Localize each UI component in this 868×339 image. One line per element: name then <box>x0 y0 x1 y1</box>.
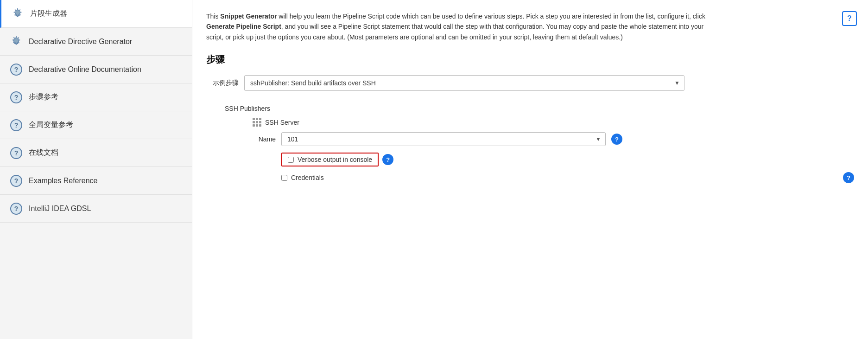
main-content: ? This Snippet Generator will help you l… <box>192 0 868 339</box>
sidebar-item-label-global-variable: 全局变量参考 <box>29 120 73 130</box>
verbose-label: Verbose output in console <box>298 156 372 163</box>
sidebar-item-global-variable-reference[interactable]: ? 全局变量参考 <box>0 111 192 139</box>
gear-icon <box>11 7 25 21</box>
sidebar-item-label-declarative-online-doc: Declarative Online Documentation <box>29 65 141 74</box>
description-text: This Snippet Generator will help you lea… <box>206 11 716 42</box>
grid-icon <box>253 118 261 127</box>
name-select-wrapper: 101 ▼ <box>281 132 606 146</box>
ssh-server-title: SSH Server <box>253 118 854 127</box>
sidebar-item-declarative-directive-generator[interactable]: Declarative Directive Generator <box>0 28 192 56</box>
sidebar-item-online-documentation[interactable]: ? 在线文档 <box>0 139 192 167</box>
sidebar-item-step-reference[interactable]: ? 步骤参考 <box>0 83 192 111</box>
name-row: Name 101 ▼ ? <box>253 132 854 146</box>
sidebar-item-examples-reference[interactable]: ? Examples Reference <box>0 167 192 195</box>
verbose-checkbox-highlight: Verbose output in console <box>281 153 379 166</box>
name-select[interactable]: 101 <box>281 132 606 146</box>
help-circle-icon-5: ? <box>9 174 23 188</box>
sidebar-item-label-declarative-directive: Declarative Directive Generator <box>29 38 132 46</box>
config-area: SSH Publishers SSH Server Name 101 <box>206 105 854 183</box>
credentials-help-button[interactable]: ? <box>843 172 854 183</box>
credentials-checkbox[interactable] <box>281 175 287 181</box>
sidebar-item-intellij-idea-gdsl[interactable]: ? IntelliJ IDEA GDSL <box>0 195 192 223</box>
sidebar-item-label-intellij-gdsl: IntelliJ IDEA GDSL <box>29 205 91 213</box>
sidebar: 片段生成器 Declarative Directive Generator ? … <box>0 0 192 339</box>
sidebar-item-label-online-doc: 在线文档 <box>29 148 58 158</box>
help-circle-icon-2: ? <box>9 90 23 104</box>
sidebar-item-label-snippet-generator: 片段生成器 <box>30 9 67 19</box>
name-help-button[interactable]: ? <box>611 134 622 145</box>
ssh-publishers-label: SSH Publishers <box>225 105 854 112</box>
help-circle-icon-3: ? <box>9 118 23 132</box>
help-circle-icon-6: ? <box>9 202 23 216</box>
sidebar-item-label-step-reference: 步骤参考 <box>29 92 58 102</box>
credentials-row: Credentials ? <box>281 172 854 183</box>
credentials-label: Credentials <box>291 174 324 181</box>
sidebar-item-declarative-online-documentation[interactable]: ? Declarative Online Documentation <box>0 56 192 83</box>
gear-icon-2 <box>9 35 23 49</box>
help-circle-icon-4: ? <box>9 146 23 160</box>
help-circle-icon-1: ? <box>9 63 23 77</box>
sidebar-item-label-examples-reference: Examples Reference <box>29 177 98 185</box>
verbose-help-button[interactable]: ? <box>382 154 393 165</box>
steps-row: 示例步骤 sshPublisher: Send build artifacts … <box>206 75 854 91</box>
steps-select[interactable]: sshPublisher: Send build artifacts over … <box>244 75 684 91</box>
name-label: Name <box>253 135 276 143</box>
ssh-server-label-text: SSH Server <box>265 119 299 126</box>
section-title: 步骤 <box>206 53 854 66</box>
steps-label: 示例步骤 <box>206 79 239 87</box>
verbose-checkbox[interactable] <box>288 157 294 163</box>
ssh-server-section: SSH Server Name 101 ▼ ? Verbose output i… <box>225 118 854 183</box>
sidebar-item-snippet-generator[interactable]: 片段生成器 <box>0 0 192 28</box>
steps-select-wrapper: sshPublisher: Send build artifacts over … <box>244 75 684 91</box>
top-right-help-button[interactable]: ? <box>842 11 857 26</box>
